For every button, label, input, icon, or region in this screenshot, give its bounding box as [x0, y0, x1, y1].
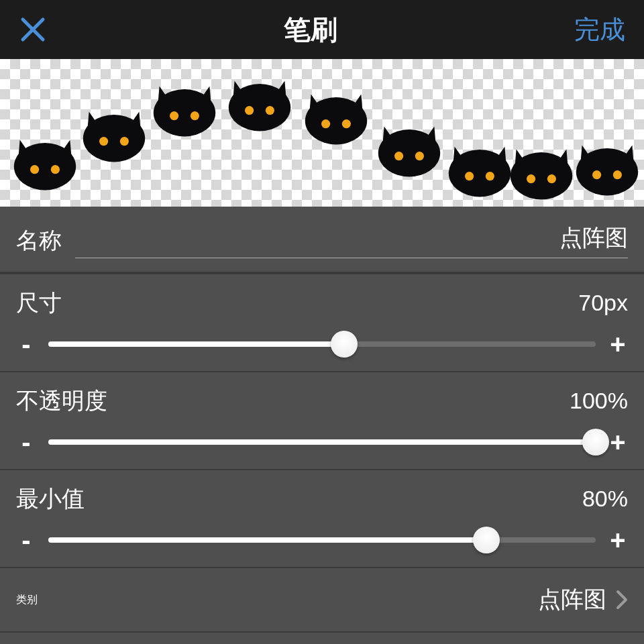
svg-point-8	[154, 89, 215, 136]
category-row[interactable]: 类别 点阵图	[0, 568, 644, 633]
min-value: 80%	[582, 486, 628, 512]
svg-point-12	[245, 106, 254, 115]
size-decrement-button[interactable]: -	[16, 331, 36, 358]
svg-point-5	[83, 115, 145, 162]
brush-stamp-icon	[8, 121, 82, 195]
svg-point-2	[14, 143, 76, 190]
svg-point-19	[415, 152, 424, 160]
close-icon[interactable]	[19, 15, 47, 44]
brush-stamp-icon	[570, 126, 644, 200]
svg-point-18	[394, 152, 403, 160]
name-field[interactable]: 点阵图	[75, 223, 628, 258]
min-label: 最小值	[16, 484, 85, 515]
min-row: 最小值 80% - +	[0, 470, 644, 568]
svg-point-21	[465, 172, 474, 180]
category-value: 点阵图	[538, 584, 606, 615]
min-increment-button[interactable]: +	[608, 527, 628, 553]
opacity-row: 不透明度 100% - +	[0, 372, 644, 470]
svg-point-22	[486, 172, 494, 180]
brush-stamp-icon	[504, 130, 578, 204]
brush-stamp-icon	[372, 107, 446, 181]
page-title: 笔刷	[284, 11, 337, 48]
header: 笔刷 完成	[0, 0, 644, 59]
svg-point-6	[99, 137, 108, 146]
svg-point-13	[266, 106, 274, 115]
size-increment-button[interactable]: +	[608, 331, 628, 358]
opacity-slider[interactable]	[48, 427, 596, 457]
opacity-increment-button[interactable]: +	[608, 429, 628, 455]
name-label: 名称	[16, 225, 62, 256]
settings-section: 名称 点阵图 尺寸 70px - + 不透明度 100% -	[0, 207, 644, 633]
category-label: 类别	[16, 593, 38, 607]
size-slider[interactable]	[48, 329, 596, 359]
svg-point-3	[30, 165, 39, 174]
svg-point-16	[342, 119, 351, 128]
name-value: 点阵图	[559, 223, 628, 254]
brush-stamp-icon	[77, 93, 151, 166]
svg-point-27	[592, 170, 601, 179]
svg-point-10	[191, 111, 199, 120]
name-row: 名称 点阵图	[0, 207, 644, 273]
svg-point-25	[547, 174, 556, 183]
svg-point-17	[378, 129, 440, 176]
brush-stamp-icon	[223, 62, 297, 136]
svg-point-9	[170, 111, 178, 120]
svg-point-20	[449, 150, 511, 197]
brush-stamp-icon	[299, 75, 373, 149]
opacity-decrement-button[interactable]: -	[16, 429, 36, 455]
svg-point-7	[120, 137, 129, 146]
opacity-value: 100%	[570, 388, 628, 414]
size-label: 尺寸	[16, 288, 62, 319]
opacity-label: 不透明度	[16, 386, 107, 417]
min-slider[interactable]	[48, 525, 596, 555]
svg-point-4	[51, 165, 60, 174]
min-decrement-button[interactable]: -	[16, 527, 36, 553]
svg-point-28	[613, 170, 622, 179]
svg-point-24	[527, 174, 535, 183]
done-button[interactable]: 完成	[574, 13, 625, 47]
size-value: 70px	[578, 290, 628, 316]
svg-point-11	[229, 84, 290, 131]
chevron-right-icon	[616, 590, 628, 610]
svg-point-23	[511, 152, 572, 199]
svg-point-15	[321, 119, 330, 128]
brush-preview	[0, 59, 644, 207]
svg-point-14	[305, 97, 367, 144]
size-row: 尺寸 70px - +	[0, 273, 644, 372]
svg-point-26	[576, 148, 638, 195]
brush-stamp-icon	[148, 67, 221, 141]
